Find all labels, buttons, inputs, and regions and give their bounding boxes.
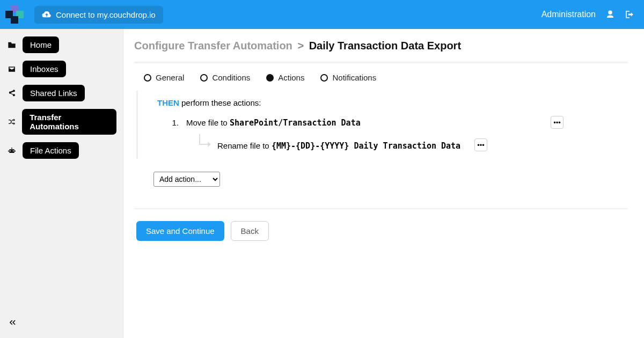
action-number: 1. [170,116,179,127]
breadcrumb-root[interactable]: Configure Transfer Automation [134,40,292,52]
radio-filled-icon [266,74,274,82]
actions-panel: THEN perform these actions: 1. Move file… [136,91,628,159]
sub-action-menu-button[interactable]: ••• [474,138,487,151]
sidebar-item-shared-links[interactable]: Shared Links [6,85,116,101]
save-continue-button[interactable]: Save and Continue [136,221,224,241]
radio-icon [144,74,151,82]
tab-label: General [156,73,184,82]
connect-button[interactable]: Connect to my.couchdrop.io [34,6,163,24]
action-list: 1. Move file to SharePoint/Transaction D… [157,116,628,152]
sidebar: Home Inboxes Shared Links Transfer Autom… [0,29,123,338]
folder-icon [6,41,17,49]
tab-label: Notifications [332,73,376,82]
shuffle-icon [6,117,17,126]
then-rest: perform these actions: [179,98,261,107]
footer-buttons: Save and Continue Back [134,221,628,241]
breadcrumb: Configure Transfer Automation > Daily Tr… [134,40,628,52]
connect-label: Connect to my.couchdrop.io [56,10,156,19]
action-item: 1. Move file to SharePoint/Transaction D… [170,116,628,152]
inbox-icon [6,65,17,73]
share-icon [6,89,17,98]
action-target: SharePoint/Transaction Data [230,118,361,128]
sidebar-item-home[interactable]: Home [6,36,116,53]
radio-icon [320,74,328,82]
then-keyword: THEN [157,98,179,107]
collapse-sidebar-button[interactable] [8,318,17,329]
robot-icon [6,146,17,155]
action-prefix: Move file to [186,118,230,127]
sub-action-text: Rename file to {MM}-{DD}-{YYYY} Daily Tr… [217,139,460,151]
back-button[interactable]: Back [231,221,269,241]
action-text: Move file to SharePoint/Transaction Data [186,116,361,128]
sidebar-item-inboxes[interactable]: Inboxes [6,61,116,77]
user-icon[interactable] [605,10,615,19]
ellipsis-icon: ••• [553,119,561,126]
tab-conditions[interactable]: Conditions [200,73,250,82]
breadcrumb-sep: > [297,40,304,52]
sub-action-target: {MM}-{DD}-{YYYY} Daily Transaction Data [272,141,460,151]
topbar: Connect to my.couchdrop.io Administratio… [0,0,644,29]
tab-label: Actions [278,73,304,82]
action-menu-button[interactable]: ••• [551,116,564,129]
sub-action-prefix: Rename file to [217,141,272,150]
tab-notifications[interactable]: Notifications [320,73,376,82]
sidebar-item-transfer-automations[interactable]: Transfer Automations [6,109,116,135]
branch-arrow-icon [197,137,211,152]
topbar-right: Administration [541,10,634,19]
divider [134,62,628,63]
logout-icon[interactable] [625,10,634,19]
sidebar-item-label: Home [23,36,59,53]
administration-link[interactable]: Administration [541,10,596,19]
tab-label: Conditions [212,73,250,82]
sidebar-item-label: Transfer Automations [22,109,116,135]
breadcrumb-current: Daily Transaction Data Export [309,40,461,52]
sidebar-item-label: Inboxes [23,61,66,77]
add-action-row: Add action... [153,172,628,187]
sidebar-item-file-actions[interactable]: File Actions [6,142,116,159]
radio-icon [200,74,208,82]
app-logo [5,5,24,24]
cloud-upload-icon [42,11,52,18]
tab-general[interactable]: General [144,73,184,82]
sidebar-item-label: File Actions [23,142,79,159]
main-content: Configure Transfer Automation > Daily Tr… [123,29,644,338]
ellipsis-icon: ••• [477,142,485,149]
sub-action-item: Rename file to {MM}-{DD}-{YYYY} Daily Tr… [197,137,628,152]
tab-actions[interactable]: Actions [266,73,304,82]
add-action-select[interactable]: Add action... [153,172,220,187]
divider [134,208,628,209]
tab-bar: General Conditions Actions Notifications [134,71,628,91]
sidebar-item-label: Shared Links [23,85,85,101]
then-heading: THEN perform these actions: [157,98,628,107]
